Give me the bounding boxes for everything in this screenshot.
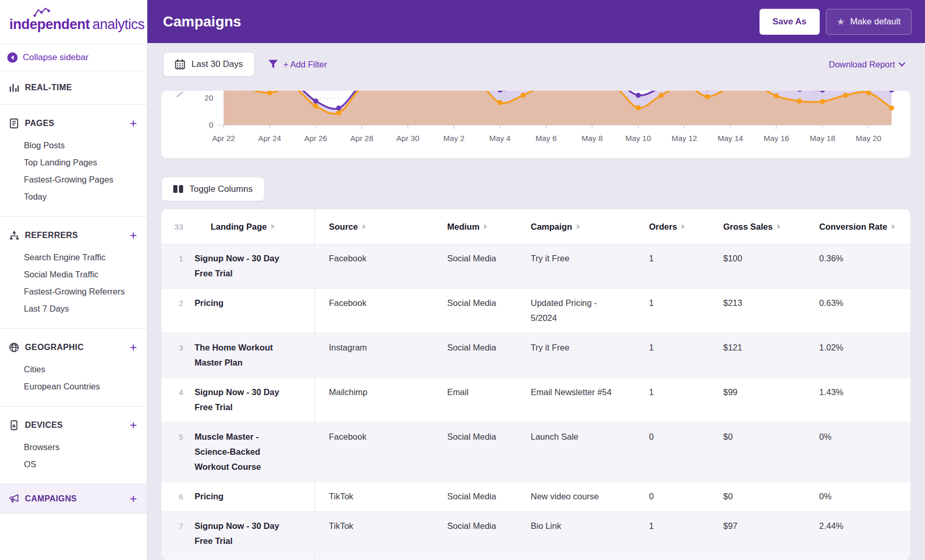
source-cell: Facebook	[314, 429, 447, 444]
row-number: 6	[161, 489, 195, 504]
x-tick-label: Apr 24	[258, 134, 281, 143]
column-header-campaign[interactable]: Campaign	[531, 222, 649, 232]
sidebar-item-cities[interactable]: Cities	[0, 361, 147, 378]
sidebar-item-fastest-growing-referrers[interactable]: Fastest-Growing Referrers	[0, 283, 147, 300]
sidebar-item-devices[interactable]: DEVICES+	[0, 416, 147, 435]
column-header-gross-sales[interactable]: Gross Sales	[723, 222, 819, 232]
add-report-button[interactable]: +	[130, 494, 137, 504]
sidebar-sublist: Search Engine TrafficSocial Media Traffi…	[0, 249, 147, 317]
campaign-cell: Email Newsletter #54	[531, 385, 649, 400]
x-tick-label: Apr 22	[212, 134, 235, 143]
sidebar-sublist: Blog PostsTop Landing PagesFastest-Growi…	[0, 137, 147, 205]
app-logo[interactable]: independentanalytics	[0, 0, 147, 44]
row-number: 4	[161, 385, 195, 400]
sidebar-item-real-time[interactable]: REAL-TIME	[0, 78, 147, 97]
sidebar-section-label: DEVICES	[25, 421, 63, 430]
landing-page-link[interactable]: The Home Workout Master Plan	[195, 340, 314, 370]
sidebar-item-os[interactable]: OS	[0, 456, 147, 473]
sidebar-item-today[interactable]: Today	[0, 188, 147, 205]
y-tick-label: 0	[209, 120, 213, 129]
line-chart[interactable]: Apr 22Apr 24Apr 26Apr 28Apr 30May 2May 4…	[161, 91, 910, 158]
medium-cell: Social Media	[447, 251, 531, 266]
landing-page-link[interactable]: Pricing	[195, 296, 314, 311]
source-cell: Mailchimp	[314, 385, 447, 400]
table-row: 7 Signup Now - 30 Day Free Trial TikTok …	[161, 511, 910, 559]
x-tick-label: May 8	[582, 134, 603, 143]
add-filter-button[interactable]: + Add Filter	[268, 60, 327, 69]
toggle-columns-button[interactable]: Toggle Columns	[161, 177, 265, 201]
add-report-button[interactable]: +	[130, 420, 137, 430]
add-report-button[interactable]: +	[130, 118, 137, 129]
gross-sales-cell: $0	[723, 489, 819, 504]
logo-chart-icon	[33, 7, 51, 18]
sidebar-item-geographic[interactable]: GEOGRAPHIC+	[0, 338, 147, 357]
table-row: 2 Pricing Facebook Social Media Updated …	[161, 288, 910, 333]
sidebar-item-blog-posts[interactable]: Blog Posts	[0, 137, 147, 154]
collapse-sidebar-label: Collapse sidebar	[23, 52, 89, 63]
sidebar-item-pages[interactable]: PAGES+	[0, 114, 147, 133]
orange-series-marker	[820, 99, 825, 104]
source-cell: TikTok	[314, 519, 447, 534]
landing-page-link[interactable]: Signup Now - 30 Day Free Trial	[195, 385, 314, 415]
sidebar-item-browsers[interactable]: Browsers	[0, 439, 147, 456]
gross-sales-cell: $97	[723, 519, 819, 534]
sort-icon	[577, 224, 581, 229]
brand-name: independentanalytics	[9, 17, 145, 33]
campaign-cell: Updated Pricing - 5/2024	[531, 296, 649, 326]
conversion-rate-cell: 0.63%	[819, 296, 910, 311]
calendar-icon	[175, 59, 185, 69]
sidebar-section-label: REFERRERS	[25, 231, 78, 240]
sidebar-item-top-landing-pages[interactable]: Top Landing Pages	[0, 154, 147, 171]
y-axis-break-mark	[177, 92, 183, 97]
columns-icon	[173, 185, 183, 193]
table-row: 3 The Home Workout Master Plan Instagram…	[161, 333, 910, 377]
sidebar-item-european-countries[interactable]: European Countries	[0, 378, 147, 395]
column-header-landing-page[interactable]: Landing Page	[195, 222, 314, 232]
column-header-source[interactable]: Source	[314, 222, 447, 232]
purple-series-marker	[336, 106, 341, 111]
landing-page-link[interactable]: Pricing	[195, 489, 314, 504]
column-header-orders[interactable]: Orders	[649, 222, 723, 232]
row-number: 1	[161, 251, 195, 266]
sort-icon	[892, 224, 895, 229]
column-header-medium[interactable]: Medium	[447, 222, 531, 232]
orange-series-marker	[636, 105, 641, 110]
sidebar-item-search-engine-traffic[interactable]: Search Engine Traffic	[0, 249, 147, 266]
sidebar-section-campaigns: CAMPAIGNS+	[0, 484, 147, 514]
page-header: Campaigns Save As ★ Make default	[147, 0, 925, 43]
row-number: 5	[161, 429, 195, 444]
conversion-rate-cell: 0%	[819, 489, 910, 504]
sidebar-item-last-7-days[interactable]: Last 7 Days	[0, 300, 147, 317]
x-tick-label: May 14	[717, 134, 743, 143]
medium-cell: Email	[447, 385, 531, 400]
collapse-sidebar-button[interactable]: Collapse sidebar	[0, 44, 147, 71]
medium-cell: Social Media	[447, 296, 531, 311]
row-number: 7	[161, 519, 195, 534]
make-default-button[interactable]: ★ Make default	[826, 9, 912, 35]
landing-page-link[interactable]: Muscle Master - Science-Backed Workout C…	[195, 429, 314, 474]
source-cell: Facebook	[314, 251, 447, 266]
download-report-button[interactable]: Download Report	[829, 60, 906, 69]
sidebar-item-social-media-traffic[interactable]: Social Media Traffic	[0, 266, 147, 283]
add-report-button[interactable]: +	[130, 342, 137, 353]
sidebar-section-real-time: REAL-TIME	[0, 71, 147, 105]
column-header-conversion-rate[interactable]: Conversion Rate	[819, 222, 910, 232]
landing-page-link[interactable]: Signup Now - 30 Day Free Trial	[195, 519, 314, 549]
sidebar: independentanalytics Collapse sidebar RE…	[0, 0, 147, 560]
sort-icon	[484, 224, 488, 229]
column-divider	[314, 209, 315, 560]
date-range-button[interactable]: Last 30 Days	[163, 52, 255, 77]
gross-sales-cell: $213	[723, 296, 819, 311]
source-cell: Facebook	[314, 296, 447, 311]
phone-icon	[8, 420, 20, 430]
landing-page-link[interactable]: Signup Now - 30 Day Free Trial	[195, 251, 314, 281]
campaign-cell: Try it Free	[531, 340, 649, 355]
sidebar-item-campaigns[interactable]: CAMPAIGNS+	[0, 484, 147, 513]
table-row: 1 Signup Now - 30 Day Free Trial Faceboo…	[161, 244, 910, 288]
save-as-button[interactable]: Save As	[760, 9, 820, 35]
medium-cell: Social Media	[447, 429, 531, 444]
add-report-button[interactable]: +	[130, 230, 137, 241]
sidebar-item-fastest-growing-pages[interactable]: Fastest-Growing Pages	[0, 171, 147, 188]
gross-sales-cell: $121	[723, 340, 819, 355]
sidebar-item-referrers[interactable]: REFERRERS+	[0, 226, 147, 245]
